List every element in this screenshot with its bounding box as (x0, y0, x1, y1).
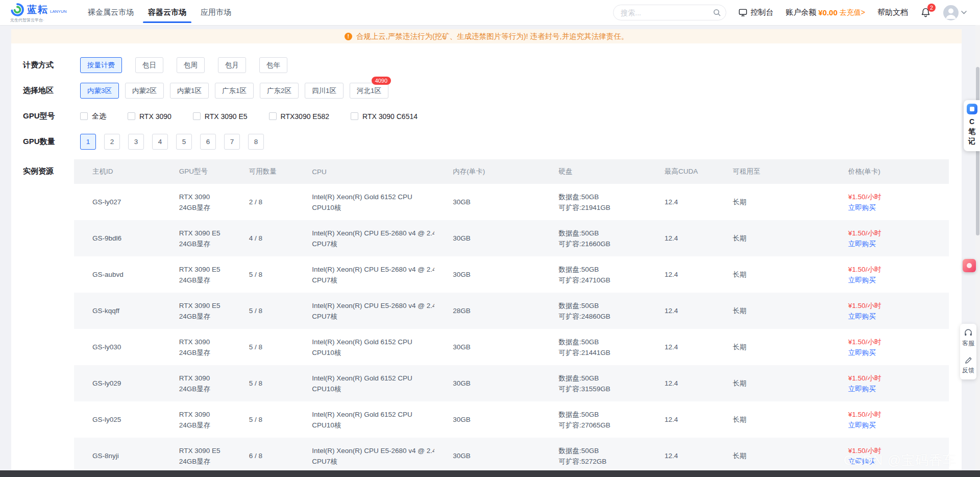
count-option-7[interactable]: 8 (248, 134, 264, 150)
gpu-model-checkbox-4[interactable]: RTX 3090 C6514 (351, 112, 418, 121)
column-header-0: 主机ID (74, 167, 161, 176)
column-header-3: CPU (293, 168, 434, 176)
gpu-name: RTX 3090 (179, 192, 231, 202)
count-option-4[interactable]: 5 (176, 134, 192, 150)
region-option-5[interactable]: 四川1区 (305, 83, 344, 99)
memory-cell: 28GB (434, 307, 540, 315)
lease-term: 长期 (715, 379, 830, 388)
avatar[interactable] (943, 5, 959, 20)
search-icon[interactable] (713, 9, 721, 16)
search-box[interactable] (613, 5, 726, 20)
note-extension-widget[interactable]: C笔记 (964, 100, 980, 151)
disk-expand: 可扩容:21941GB (559, 202, 646, 213)
cpu-name: Intel(R) Xeon(R) Gold 6152 CPU (312, 373, 434, 384)
count-option-3[interactable]: 4 (152, 134, 168, 150)
cpu-cell: Intel(R) Xeon(R) Gold 6152 CPUCPU10核 (293, 192, 434, 213)
count-option-2[interactable]: 3 (128, 134, 144, 150)
disk-expand: 可扩容:21441GB (559, 347, 646, 358)
disk-cell: 数据盘:50GB可扩容:21441GB (541, 337, 646, 358)
scrollbar-thumb[interactable] (976, 67, 979, 235)
available-count: 5 / 8 (231, 379, 293, 387)
option-label: 按量计费 (87, 61, 115, 70)
buy-now-link[interactable]: 立即购买 (848, 420, 949, 431)
billing-option-1[interactable]: 包日 (135, 57, 163, 73)
checkbox-box[interactable] (351, 112, 358, 120)
billing-option-4[interactable]: 包年 (259, 57, 287, 73)
gpu-model-label: GPU型号 (23, 111, 80, 121)
available-count: 2 / 8 (231, 198, 293, 206)
region-option-2[interactable]: 内蒙1区 (170, 83, 209, 99)
column-header-2: 可用数量 (231, 167, 293, 176)
cuda-version: 12.4 (646, 234, 715, 242)
region-option-6[interactable]: 河北1区4090 (350, 83, 388, 99)
note-extension-letters: C笔记 (968, 117, 975, 146)
gpu-model-options: 全选RTX 3090RTX 3090 E5RTX3090 E582RTX 309… (80, 112, 439, 121)
page-scrollbar[interactable] (975, 25, 980, 470)
nav-item-2[interactable]: 应用市场 (201, 0, 231, 25)
customer-service-label: 客服 (962, 339, 974, 348)
recharge-link[interactable]: 去充值> (840, 8, 865, 17)
help-docs-link[interactable]: 帮助文档 (877, 8, 908, 17)
buy-now-link[interactable]: 立即购买 (848, 311, 949, 322)
nav-item-1[interactable]: 容器云市场 (148, 0, 186, 25)
option-label: 2 (110, 138, 114, 146)
checkbox-box[interactable] (269, 112, 277, 120)
account-balance: 账户余额 ¥0.00 去充值> (786, 8, 865, 17)
price-per-hour: ¥1.50/小时 (848, 409, 949, 420)
checkbox-box[interactable] (193, 112, 201, 120)
brand-logo[interactable]: 蓝耘 LANYUN 元生代智算云平台· (10, 3, 72, 23)
disk-size: 数据盘:50GB (559, 300, 646, 311)
user-menu[interactable] (943, 5, 967, 20)
region-option-0[interactable]: 内蒙3区 (80, 83, 119, 99)
cpu-cell: Intel(R) Xeon(R) CPU E5-2680 v4 @ 2.40GH… (293, 300, 434, 322)
chevron-down-icon[interactable] (961, 11, 967, 14)
disk-cell: 数据盘:50GB可扩容:21941GB (541, 192, 646, 213)
count-option-6[interactable]: 7 (224, 134, 240, 150)
buy-now-link[interactable]: 立即购买 (848, 202, 949, 213)
column-header-4: 内存(单卡) (434, 167, 540, 176)
billing-option-3[interactable]: 包月 (218, 57, 246, 73)
cuda-version: 12.4 (646, 198, 715, 206)
buy-now-link[interactable]: 立即购买 (848, 347, 949, 358)
gpu-model-checkbox-3[interactable]: RTX3090 E582 (269, 112, 329, 121)
feedback-button[interactable]: 反馈 (962, 356, 974, 375)
billing-option-2[interactable]: 包周 (177, 57, 205, 73)
console-link[interactable]: 控制台 (739, 8, 773, 17)
primary-nav: 裸金属云市场容器云市场应用市场 (81, 0, 238, 25)
gpu-model-checkbox-0[interactable]: 全选 (80, 112, 106, 121)
count-option-1[interactable]: 2 (104, 134, 120, 150)
buy-now-link[interactable]: 立即购买 (848, 384, 949, 394)
customer-service-button[interactable]: 客服 (962, 328, 974, 348)
gpu-model-checkbox-2[interactable]: RTX 3090 E5 (193, 112, 248, 121)
disk-cell: 数据盘:50GB可扩容:31559GB (541, 373, 646, 394)
promo-float-icon[interactable] (963, 259, 976, 272)
search-input[interactable] (613, 5, 726, 20)
buy-now-link[interactable]: 立即购买 (848, 275, 949, 285)
gpu-model-cell: RTX 3090 E524GB显存 (161, 300, 231, 322)
count-option-5[interactable]: 6 (200, 134, 216, 150)
count-option-0[interactable]: 1 (80, 134, 96, 150)
cpu-cores: CPU7核 (312, 238, 434, 249)
nav-item-0[interactable]: 裸金属云市场 (88, 0, 134, 25)
region-option-3[interactable]: 广东1区 (215, 83, 254, 99)
buy-now-link[interactable]: 立即购买 (848, 238, 949, 249)
billing-option-0[interactable]: 按量计费 (80, 57, 122, 73)
gpu-model-checkbox-1[interactable]: RTX 3090 (128, 112, 172, 121)
gpu-model-cell: RTX 3090 E524GB显存 (161, 228, 231, 249)
balance-label: 账户余额 (786, 8, 816, 17)
disk-size: 数据盘:50GB (559, 337, 646, 347)
lease-term: 长期 (715, 198, 830, 207)
checkbox-box[interactable] (80, 112, 88, 120)
compliance-notice: ! 合规上云,严禁违法行为(挖矿、生成违禁图片等行为)! 违者封号,并追究其法律… (11, 29, 962, 43)
memory-cell: 30GB (434, 271, 540, 278)
region-option-1[interactable]: 内蒙2区 (125, 83, 164, 99)
note-extension-icon[interactable] (967, 104, 977, 114)
option-label: 5 (182, 138, 186, 146)
region-option-4[interactable]: 广东2区 (260, 83, 299, 99)
checkbox-box[interactable] (128, 112, 135, 120)
table-header: 主机IDGPU型号可用数量CPU内存(单卡)硬盘最高CUDA可租用至价格(单卡) (74, 159, 949, 184)
option-label: 包周 (184, 61, 198, 70)
notification-bell[interactable]: 2 (920, 7, 931, 18)
gpu-name: RTX 3090 E5 (179, 264, 231, 275)
cpu-cell: Intel(R) Xeon(R) CPU E5-2680 v4 @ 2.40GH… (293, 264, 434, 285)
